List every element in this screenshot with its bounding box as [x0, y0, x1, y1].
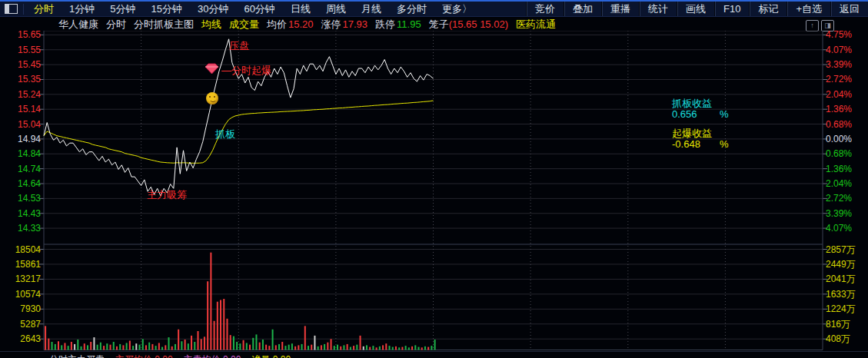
axis-label: 1.36%	[826, 164, 867, 174]
axis-label: 14.94	[0, 134, 41, 144]
toolbar-button-标记[interactable]: 标记	[749, 2, 787, 16]
overlay-ma-label[interactable]: 均线	[201, 18, 221, 31]
period-tab-5分钟[interactable]: 5分钟	[102, 2, 143, 16]
limit-down-value: 11.95	[397, 18, 421, 30]
axis-label: 15.35	[0, 74, 41, 85]
axis-label: 816万	[826, 319, 867, 330]
main-indicator-label[interactable]: 分时抓板主图	[134, 18, 194, 31]
clipped-status-text: 主买均价 0.00	[115, 354, 173, 358]
clipped-status-text: 主卖均价 0.00	[184, 354, 241, 358]
maximize-pane-icon[interactable]: ↑	[806, 20, 819, 31]
limit-up-value: 17.93	[343, 18, 368, 30]
sidebar-toggle-icon[interactable]	[5, 4, 18, 14]
gem-icon	[205, 63, 219, 75]
period-tab-1分钟[interactable]: 1分钟	[62, 2, 102, 16]
toolbar-button-竞价[interactable]: 竞价	[526, 2, 564, 16]
axis-label: 14.53	[0, 193, 41, 204]
axis-label: 3.39%	[826, 59, 867, 70]
period-tab-30分钟[interactable]: 30分钟	[190, 2, 236, 16]
toolbar-button-F10[interactable]: F10	[714, 2, 749, 16]
annotation-grab-board: 抓板	[215, 129, 235, 140]
overlay-vol-label[interactable]: 成交量	[229, 18, 259, 31]
trading-app-window: 分时1分钟5分钟15分钟30分钟60分钟日线周线月线多分时更多〉 竞价叠加重播统…	[0, 0, 868, 358]
grab-gain-title: 抓板收益	[672, 98, 729, 109]
axis-label: 2.04%	[826, 178, 867, 189]
axis-label: 18504	[0, 244, 41, 255]
annotation-ignition: —分时起爆	[221, 65, 271, 76]
axis-label: 13217	[0, 273, 41, 284]
axis-label: 2.72%	[826, 74, 867, 85]
period-toolbar: 分时1分钟5分钟15分钟30分钟60分钟日线周线月线多分时更多〉 竞价叠加重播统…	[0, 0, 868, 17]
stock-name[interactable]: 华人健康	[58, 18, 98, 31]
annotation-accumulation: 主力吸筹	[147, 190, 187, 201]
axis-label: 0.68%	[826, 148, 867, 159]
period-tab-日线[interactable]: 日线	[283, 2, 318, 16]
axis-label: 2857万	[826, 244, 867, 255]
period-tab-周线[interactable]: 周线	[318, 2, 354, 16]
axis-label: 14.64	[0, 178, 41, 189]
ignition-gain-unit: %	[720, 138, 729, 150]
axis-label: 1224万	[826, 303, 867, 314]
axis-label: 0.68%	[826, 119, 867, 130]
sector-label[interactable]: 医药流通	[516, 18, 556, 31]
axis-label: 4.07%	[826, 223, 867, 234]
toolbar-divider	[23, 4, 24, 15]
axis-label: 408万	[826, 333, 867, 344]
stock-info-bar: 华人健康 分时 分时抓板主图 均线 成交量 均价 15.20 涨停 17.93 …	[0, 18, 868, 31]
axis-label: 15861	[0, 259, 41, 270]
period-tab-多分时[interactable]: 多分时	[389, 2, 434, 16]
smiley-face-icon	[206, 92, 218, 104]
period-label: 分时	[106, 18, 126, 31]
grab-gain-unit: %	[720, 108, 729, 120]
chart-canvas	[0, 31, 868, 352]
avg-price-value: 15.20	[288, 18, 314, 30]
toolbar-button-叠加[interactable]: 叠加	[564, 2, 601, 16]
toolbar-button-重播[interactable]: 重播	[601, 2, 639, 16]
axis-label: 15.24	[0, 89, 41, 100]
annotation-pressure: 压盘	[229, 41, 249, 51]
axis-label: 2041万	[826, 273, 867, 284]
cage-values: (15.65 15.02)	[449, 18, 508, 30]
axis-label: 2449万	[826, 259, 867, 270]
period-tabs: 分时1分钟5分钟15分钟30分钟60分钟日线周线月线多分时更多〉	[26, 2, 480, 16]
axis-label: 14.84	[0, 148, 41, 159]
toolbar-button-画线[interactable]: 画线	[677, 2, 714, 16]
axis-label: 7930	[0, 303, 41, 314]
limit-up-label: 涨停	[321, 18, 341, 31]
period-tab-更多〉[interactable]: 更多〉	[434, 2, 480, 16]
axis-label: 3.39%	[826, 208, 867, 219]
axis-label: 2.72%	[826, 193, 867, 204]
chart-area[interactable]: 15.6515.5515.4515.3515.2415.1415.0414.94…	[0, 31, 868, 352]
toolbar-left-group: 分时1分钟5分钟15分钟30分钟60分钟日线周线月线多分时更多〉	[0, 2, 480, 16]
axis-label: 5287	[0, 319, 41, 330]
period-tab-15分钟[interactable]: 15分钟	[143, 2, 189, 16]
axis-label: 15.04	[0, 119, 41, 130]
ignition-gain-value: -0.648	[672, 139, 707, 150]
axis-label: 2.04%	[826, 89, 867, 100]
axis-label: 14.74	[0, 164, 41, 174]
ignition-gain-title: 起爆收益	[672, 128, 729, 139]
ignition-gain-panel: 起爆收益 -0.648%	[672, 128, 729, 150]
cage-label: 笼子	[429, 18, 449, 31]
axis-label: 10574	[0, 289, 41, 300]
axis-label: 1633万	[826, 289, 867, 300]
limit-down-label: 跌停	[375, 18, 395, 31]
clipped-status-text: 净量 0.00	[251, 354, 291, 358]
axis-label: 15.65	[0, 29, 41, 40]
clipped-status-bar: 分时主力买卖主买均价 0.00主卖均价 0.00净量 0.00	[0, 351, 868, 358]
axis-label: 4.75%	[826, 29, 867, 40]
toolbar-right-group: 竞价叠加重播统计画线F10标记+自选返回	[526, 2, 868, 16]
axis-label: 14.43	[0, 208, 41, 219]
period-tab-月线[interactable]: 月线	[354, 2, 389, 16]
avg-price-label: 均价	[267, 18, 287, 31]
axis-label: 2643	[0, 333, 41, 344]
period-tab-60分钟[interactable]: 60分钟	[236, 2, 282, 16]
axis-label: 15.45	[0, 59, 41, 70]
axis-label: 15.55	[0, 45, 41, 55]
toolbar-button-返回[interactable]: 返回	[830, 2, 868, 16]
axis-label: 1.36%	[826, 104, 867, 114]
grab-gain-value: 0.656	[672, 109, 707, 120]
toolbar-button-统计[interactable]: 统计	[639, 2, 677, 16]
toolbar-button-+自选[interactable]: +自选	[787, 2, 830, 16]
period-tab-分时[interactable]: 分时	[26, 2, 62, 16]
